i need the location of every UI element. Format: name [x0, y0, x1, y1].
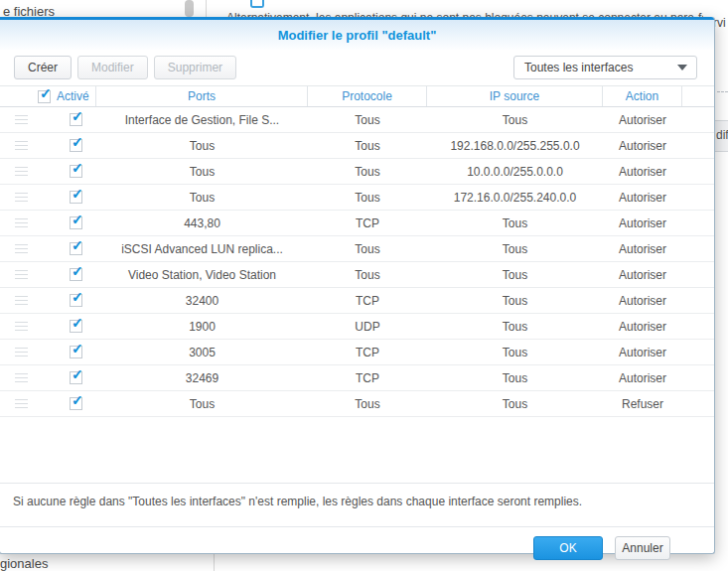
drag-handle-icon[interactable] [15, 399, 28, 408]
cell-ports: 3005 [96, 346, 308, 359]
cell-source-ip: Tous [427, 268, 603, 282]
rule-enabled-checkbox[interactable]: ✓ [70, 139, 82, 152]
check-icon: ✓ [72, 187, 83, 201]
rule-enabled-checkbox[interactable]: ✓ [70, 371, 82, 384]
modify-button[interactable]: Modifier [77, 56, 148, 79]
rule-enabled-checkbox[interactable]: ✓ [70, 397, 82, 410]
column-header-protocol: Protocole [308, 86, 427, 106]
cell-protocol: TCP [308, 294, 427, 308]
cell-protocol: Tous [308, 397, 427, 411]
background-button-fragment: difi [714, 120, 728, 152]
ok-button[interactable]: OK [533, 536, 603, 560]
check-icon: ✓ [72, 290, 83, 304]
check-icon: ✓ [72, 264, 83, 278]
cell-protocol: UDP [308, 320, 427, 334]
check-icon: ✓ [72, 135, 83, 149]
row-select-cell: ✓ [0, 391, 96, 416]
drag-handle-icon[interactable] [15, 373, 28, 382]
row-select-cell: ✓ [0, 288, 96, 313]
row-select-cell: ✓ [0, 211, 96, 235]
check-icon: ✓ [72, 213, 83, 226]
check-icon: ✓ [72, 161, 83, 175]
cell-action: Autoriser [603, 346, 682, 359]
drag-handle-icon[interactable] [15, 296, 28, 305]
rule-enabled-checkbox[interactable]: ✓ [70, 242, 82, 255]
cell-source-ip: Tous [427, 242, 603, 256]
rule-enabled-checkbox[interactable]: ✓ [70, 216, 82, 229]
cell-action: Refuser [603, 397, 682, 411]
cell-action: Autoriser [603, 113, 682, 127]
cell-ports: Tous [96, 191, 308, 205]
dialog-button-bar: OK Annuler [0, 526, 714, 565]
cell-action: Autoriser [603, 320, 682, 334]
drag-handle-icon[interactable] [15, 348, 28, 357]
table-row[interactable]: ✓ iSCSI Advanced LUN replica... Tous Tou… [0, 236, 714, 262]
cell-source-ip: 192.168.0.0/255.255.0.0 [427, 139, 603, 153]
interface-select[interactable]: Toutes les interfaces [513, 56, 697, 79]
table-row[interactable]: ✓ Tous Tous Tous Refuser [0, 391, 714, 417]
table-header: ✓ Activé Ports Protocole IP source Actio… [0, 85, 714, 107]
drag-handle-icon[interactable] [15, 270, 28, 279]
table-row[interactable]: ✓ 32469 TCP Tous Autoriser [0, 365, 714, 391]
rule-enabled-checkbox[interactable]: ✓ [70, 320, 82, 333]
cell-source-ip: Tous [427, 346, 603, 359]
drag-handle-icon[interactable] [15, 322, 28, 331]
cell-action: Autoriser [603, 216, 682, 230]
check-icon: ✓ [72, 316, 83, 330]
cell-source-ip: 172.16.0.0/255.240.0.0 [427, 191, 603, 205]
rule-enabled-checkbox[interactable]: ✓ [70, 191, 82, 204]
drag-handle-icon[interactable] [15, 244, 28, 253]
drag-handle-icon[interactable] [15, 218, 28, 227]
cell-ports: Tous [96, 165, 308, 179]
rule-enabled-checkbox[interactable]: ✓ [70, 165, 82, 178]
table-row[interactable]: ✓ Interface de Gestion, File S... Tous T… [0, 107, 714, 133]
rule-enabled-checkbox[interactable]: ✓ [70, 346, 82, 358]
drag-handle-icon[interactable] [15, 193, 28, 202]
drag-handle-icon[interactable] [15, 167, 28, 176]
cell-ports: Video Station, Video Station [96, 268, 308, 282]
cell-ports: 32469 [96, 371, 308, 385]
cell-source-ip: 10.0.0.0/255.0.0.0 [427, 165, 603, 179]
cell-protocol: Tous [308, 191, 427, 205]
table-body: ✓ Interface de Gestion, File S... Tous T… [0, 107, 714, 417]
table-row[interactable]: ✓ Tous Tous 10.0.0.0/255.0.0.0 Autoriser [0, 159, 714, 185]
cell-source-ip: Tous [427, 113, 603, 127]
cell-ports: Tous [96, 139, 308, 153]
cell-protocol: TCP [308, 216, 427, 230]
table-row[interactable]: ✓ 443,80 TCP Tous Autoriser [0, 211, 714, 236]
table-row[interactable]: ✓ Video Station, Video Station Tous Tous… [0, 262, 714, 288]
select-all-checkbox[interactable]: ✓ [38, 90, 51, 103]
background-scrollbar[interactable] [185, 0, 194, 17]
rule-enabled-checkbox[interactable]: ✓ [70, 268, 82, 281]
delete-button[interactable]: Supprimer [154, 56, 236, 79]
drag-handle-icon[interactable] [15, 115, 28, 124]
table-row[interactable]: ✓ Tous Tous 192.168.0.0/255.255.0.0 Auto… [0, 133, 714, 159]
table-row[interactable]: ✓ 1900 UDP Tous Autoriser [0, 314, 714, 340]
cell-protocol: Tous [308, 113, 427, 127]
column-header-ports: Ports [96, 86, 308, 106]
rule-enabled-checkbox[interactable]: ✓ [70, 294, 82, 307]
create-button[interactable]: Créer [14, 56, 72, 79]
cell-action: Autoriser [603, 139, 682, 153]
drag-handle-icon[interactable] [15, 141, 28, 150]
dialog-titlebar[interactable]: Modifier le profil "default" [0, 17, 714, 50]
cancel-button[interactable]: Annuler [615, 536, 670, 560]
cell-ports: Interface de Gestion, File S... [96, 113, 308, 127]
screen: e fichiers Alternativement, les applicat… [0, 0, 728, 571]
cell-action: Autoriser [603, 294, 682, 308]
column-header-enabled-label: Activé [57, 89, 89, 103]
background-icon-fragment [250, 0, 264, 8]
row-select-cell: ✓ [0, 340, 96, 364]
table-row[interactable]: ✓ 3005 TCP Tous Autoriser [0, 340, 714, 365]
cell-source-ip: Tous [427, 216, 603, 230]
column-header-action: Action [603, 86, 682, 106]
cell-protocol: TCP [308, 346, 427, 359]
edit-profile-dialog: Modifier le profil "default" Créer Modif… [0, 17, 715, 554]
cell-action: Autoriser [603, 242, 682, 256]
background-panel-divider [206, 0, 207, 17]
table-row[interactable]: ✓ 32400 TCP Tous Autoriser [0, 288, 714, 314]
cell-source-ip: Tous [427, 397, 603, 411]
rule-enabled-checkbox[interactable]: ✓ [70, 113, 82, 126]
table-row[interactable]: ✓ Tous Tous 172.16.0.0/255.240.0.0 Autor… [0, 185, 714, 211]
dialog-title: Modifier le profil "default" [278, 28, 437, 43]
